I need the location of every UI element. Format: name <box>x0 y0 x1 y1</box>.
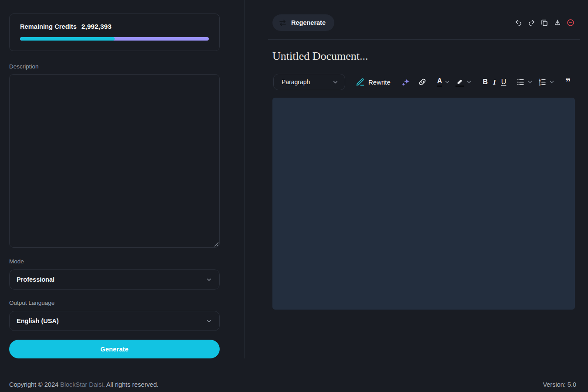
bold-button[interactable]: B <box>483 78 488 86</box>
rewrite-label: Rewrite <box>368 78 391 86</box>
bullet-list-icon <box>517 78 525 86</box>
chevron-down-icon <box>527 79 533 85</box>
text-color-dropdown-button[interactable] <box>444 79 450 85</box>
pencil-icon <box>356 78 365 87</box>
letter-a-icon: A <box>437 77 442 85</box>
underline-button[interactable]: U <box>501 78 506 86</box>
numbered-list-button[interactable]: 1 2 3 <box>538 78 547 86</box>
copyright-suffix: . All rights reserved. <box>103 381 158 388</box>
paragraph-style-value: Paragraph <box>282 78 310 85</box>
undo-icon <box>515 19 522 27</box>
output-language-selected-value: English (USA) <box>17 317 59 324</box>
svg-text:3: 3 <box>539 83 541 86</box>
text-color-button[interactable]: A <box>437 78 442 87</box>
editor-toolbar: Paragraph Rewrite A <box>273 74 571 90</box>
header-divider <box>268 39 580 40</box>
highlight-button[interactable] <box>455 78 464 87</box>
description-label: Description <box>9 63 39 70</box>
document-actions <box>513 17 576 28</box>
chevron-down-icon <box>206 318 212 324</box>
chevron-down-icon <box>332 79 339 85</box>
mode-label: Mode <box>9 258 24 265</box>
text-color-control: A <box>437 78 451 87</box>
bullet-list-button[interactable] <box>517 78 525 86</box>
output-language-label: Output Language <box>9 300 54 306</box>
generate-button[interactable]: Generate <box>9 340 220 358</box>
highlight-dropdown-button[interactable] <box>466 79 472 85</box>
download-icon <box>554 19 561 27</box>
numbered-list-control: 1 2 3 <box>538 78 555 86</box>
redo-icon <box>528 19 535 27</box>
rewrite-button[interactable]: Rewrite <box>356 78 391 87</box>
link-icon <box>418 78 427 86</box>
insert-link-button[interactable] <box>418 78 427 86</box>
editor-content[interactable] <box>272 98 575 310</box>
copyright-prefix: Copyright © 2024 <box>9 381 60 388</box>
download-button[interactable] <box>552 17 563 28</box>
copy-icon <box>540 19 548 27</box>
numbered-list-dropdown-button[interactable] <box>549 79 555 85</box>
output-language-select[interactable]: English (USA) <box>9 311 220 331</box>
description-field-wrap <box>9 74 220 248</box>
credits-card: Remaining Credits 2,992,393 <box>9 14 220 51</box>
credits-label: Remaining Credits <box>20 23 77 30</box>
document-title[interactable]: Untitled Document... <box>272 50 368 63</box>
bullet-list-dropdown-button[interactable] <box>527 79 533 85</box>
blockquote-button[interactable]: ❞ <box>565 78 571 87</box>
chevron-down-icon <box>549 79 555 85</box>
brand-link[interactable]: BlockStar Daisi <box>60 381 103 388</box>
undo-button[interactable] <box>513 17 523 28</box>
app-window: Remaining Credits 2,992,393 Description … <box>0 0 588 392</box>
copy-button[interactable] <box>539 17 550 28</box>
credits-value: 2,992,393 <box>82 23 112 31</box>
marker-icon <box>455 78 464 85</box>
regenerate-label: Regenerate <box>291 19 326 26</box>
italic-button[interactable]: I <box>493 78 496 87</box>
highlight-control <box>455 78 472 87</box>
numbered-list-icon: 1 2 3 <box>538 78 547 86</box>
mode-select[interactable]: Professional <box>9 269 220 290</box>
paragraph-style-select[interactable]: Paragraph <box>273 74 345 90</box>
mode-selected-value: Professional <box>17 276 54 283</box>
footer-copyright: Copyright © 2024 BlockStar Daisi. All ri… <box>9 381 159 388</box>
sparkles-icon <box>401 77 411 87</box>
panel-divider <box>244 0 245 358</box>
remove-document-button[interactable] <box>565 17 576 28</box>
swap-arrows-icon <box>279 19 287 27</box>
credits-progress-fill <box>20 37 115 41</box>
credits-progress-track <box>20 37 209 41</box>
redo-button[interactable] <box>526 17 537 28</box>
bullet-list-control <box>517 78 533 86</box>
chevron-down-icon <box>444 79 450 85</box>
chevron-down-icon <box>206 276 212 283</box>
minus-circle-icon <box>567 19 574 27</box>
regenerate-button[interactable]: Regenerate <box>272 14 334 31</box>
quote-icon: ❞ <box>565 78 571 87</box>
description-input[interactable] <box>9 74 220 248</box>
version-label: Version: 5.0 <box>543 381 576 388</box>
chevron-down-icon <box>466 79 472 85</box>
ai-sparkles-button[interactable] <box>401 77 411 87</box>
